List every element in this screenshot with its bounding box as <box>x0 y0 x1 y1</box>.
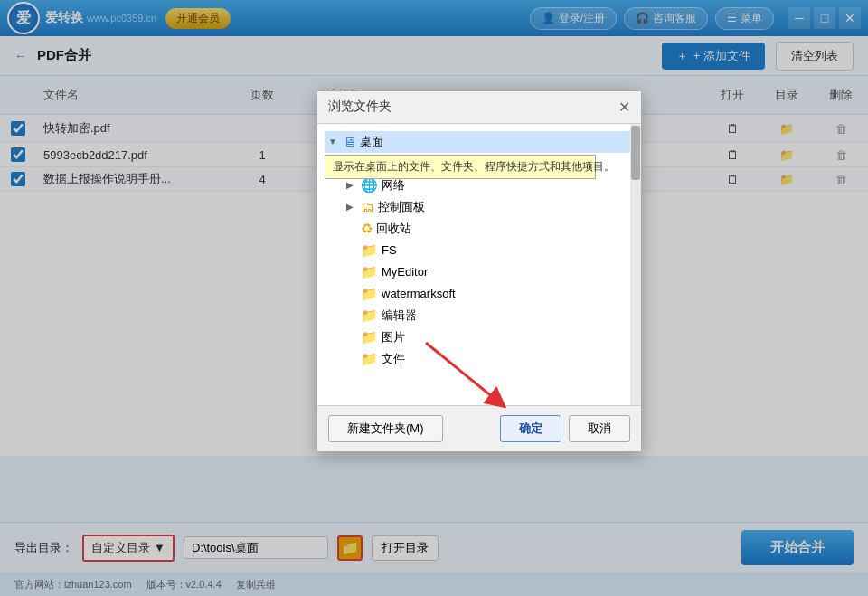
folder-icon: 📁 <box>361 264 378 280</box>
folder-item-controlpanel[interactable]: ▶ 🗂 控制面板 <box>343 196 634 218</box>
folder-label: 控制面板 <box>378 199 425 215</box>
folder-item-recycle[interactable]: ♻ 回收站 <box>343 218 634 240</box>
folder-icon: 📁 <box>361 351 378 367</box>
expand-arrow <box>346 267 357 277</box>
folder-item-desktop[interactable]: ▼ 🖥 桌面 显示在桌面上的文件、文件夹、程序快捷方式和其他项目。 <box>325 131 634 153</box>
expand-arrow <box>346 245 357 255</box>
new-folder-button[interactable]: 新建文件夹(M) <box>328 415 443 442</box>
folder-icon: 📁 <box>361 329 378 345</box>
folder-label: 编辑器 <box>382 307 417 324</box>
dialog-content: ▼ 🖥 桌面 显示在桌面上的文件、文件夹、程序快捷方式和其他项目。 ▶ 📁 库 … <box>317 124 641 405</box>
folder-tree: ▼ 🖥 桌面 显示在桌面上的文件、文件夹、程序快捷方式和其他项目。 ▶ 📁 库 … <box>325 131 634 370</box>
browse-folder-dialog: 浏览文件夹 ✕ ▼ 🖥 桌面 显示在桌面上的文件、文件夹、程序快捷方式和其他项目… <box>316 90 642 452</box>
folder-label: 图片 <box>382 329 405 345</box>
expand-arrow <box>346 223 357 233</box>
scrollbar[interactable] <box>630 124 641 405</box>
dialog-close-button[interactable]: ✕ <box>618 99 630 116</box>
expand-arrow: ▶ <box>346 202 357 212</box>
folder-item-images[interactable]: 📁 图片 <box>343 326 634 348</box>
folder-label: MyEditor <box>382 265 428 279</box>
folder-label: 网络 <box>382 177 405 194</box>
expand-arrow: ▼ <box>328 137 339 147</box>
folder-icon: 📁 <box>361 242 378 259</box>
folder-item-watermark[interactable]: 📁 watermarksoft <box>343 283 634 305</box>
tooltip: 显示在桌面上的文件、文件夹、程序快捷方式和其他项目。 <box>325 155 596 179</box>
folder-item-fs[interactable]: 📁 FS <box>343 240 634 261</box>
folder-icon: 📁 <box>361 286 378 302</box>
desktop-icon: 🖥 <box>343 134 356 149</box>
expand-arrow <box>346 310 357 320</box>
folder-item-files[interactable]: 📁 文件 <box>343 348 634 370</box>
recycle-icon: ♻ <box>361 221 373 237</box>
dialog-footer: 新建文件夹(M) 确定 取消 <box>317 405 641 451</box>
expand-arrow <box>346 354 357 364</box>
nested-items: ▶ 📁 库 ▶ 🌐 网络 ▶ 🗂 控制面板 <box>325 153 634 370</box>
dialog-title: 浏览文件夹 <box>328 99 392 115</box>
confirm-button[interactable]: 确定 <box>500 415 561 442</box>
scrollbar-thumb[interactable] <box>631 126 640 180</box>
folder-icon: 🗂 <box>361 199 374 214</box>
folder-label: watermarksoft <box>382 287 456 300</box>
dialog-overlay: 浏览文件夹 ✕ ▼ 🖥 桌面 显示在桌面上的文件、文件夹、程序快捷方式和其他项目… <box>0 0 868 596</box>
expand-arrow <box>346 289 357 298</box>
folder-item-myeditor[interactable]: 📁 MyEditor <box>343 261 634 283</box>
cancel-button[interactable]: 取消 <box>569 415 630 442</box>
folder-label: FS <box>382 243 397 257</box>
folder-label: 回收站 <box>376 221 411 237</box>
expand-arrow: ▶ <box>346 180 357 190</box>
expand-arrow <box>346 332 357 342</box>
folder-label: 桌面 <box>360 134 383 150</box>
folder-label: 文件 <box>382 351 405 367</box>
dialog-titlebar: 浏览文件夹 ✕ <box>317 91 641 124</box>
folder-item-editor[interactable]: 📁 编辑器 <box>343 305 634 326</box>
network-icon: 🌐 <box>361 177 378 194</box>
folder-icon: 📁 <box>361 307 378 324</box>
